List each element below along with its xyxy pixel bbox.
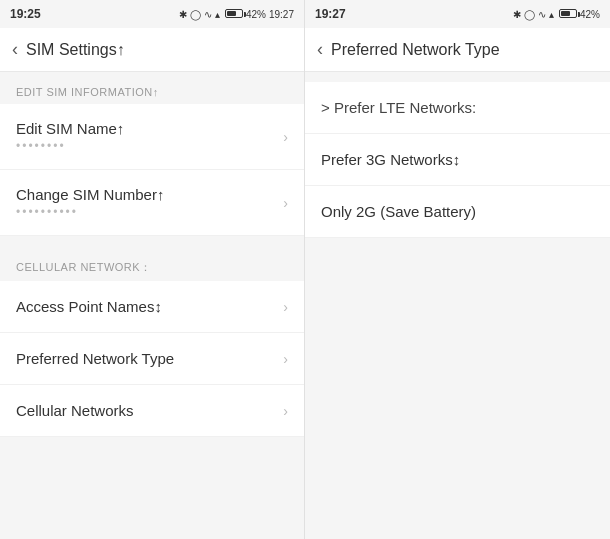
- signal-icon: ▴: [215, 9, 220, 20]
- network-item-1[interactable]: Prefer 3G Networks↕: [305, 134, 610, 186]
- left-panel: 19:25 ✱ ◯ ∿ ▴ 42% 19:27 ‹ SIM Settings↑ …: [0, 0, 305, 539]
- status-icons-left: ✱ ◯ ∿ ▴ 42% 19:27: [179, 9, 294, 20]
- bluetooth-icon-r: ✱: [513, 9, 521, 20]
- time-left: 19:25: [10, 7, 41, 21]
- alarm-icon: ◯: [190, 9, 201, 20]
- network-item-2[interactable]: Only 2G (Save Battery): [305, 186, 610, 238]
- section-gap-1: [0, 236, 304, 246]
- network-item-label-1: Prefer 3G Networks↕: [321, 151, 460, 168]
- preferred-network-type-label: Preferred Network Type: [16, 350, 174, 367]
- back-button-right[interactable]: ‹: [317, 39, 323, 60]
- left-blank-area: [0, 437, 304, 539]
- signal-bars-r: ▴: [549, 9, 554, 20]
- edit-sim-name-left: Edit SIM Name↑ ••••••••: [16, 120, 124, 153]
- edit-sim-name-chevron: ›: [283, 129, 288, 145]
- cellular-networks-label: Cellular Networks: [16, 402, 134, 419]
- status-bar-left: 19:25 ✱ ◯ ∿ ▴ 42% 19:27: [0, 0, 304, 28]
- section-edit-sim: EDIT SIM INFORMATION↑: [0, 72, 304, 104]
- status-bar-right: 19:27 ✱ ◯ ∿ ▴ 42%: [305, 0, 610, 28]
- change-sim-number-left: Change SIM Number↑ ••••••••••: [16, 186, 164, 219]
- battery-icon: [223, 9, 243, 20]
- back-button-left[interactable]: ‹: [12, 39, 18, 60]
- change-sim-number-value: ••••••••••: [16, 205, 164, 219]
- change-sim-number-chevron: ›: [283, 195, 288, 211]
- toolbar-left: ‹ SIM Settings↑: [0, 28, 304, 72]
- access-point-names-item[interactable]: Access Point Names↕ ›: [0, 281, 304, 333]
- battery-icon-r: [557, 9, 577, 20]
- right-panel: 19:27 ✱ ◯ ∿ ▴ 42% ‹ Preferred Network Ty…: [305, 0, 610, 539]
- preferred-network-type-chevron: ›: [283, 351, 288, 367]
- section-cellular: CELLULAR NETWORK：: [0, 246, 304, 281]
- battery-percent-right: 42%: [580, 9, 600, 20]
- cellular-networks-item[interactable]: Cellular Networks ›: [0, 385, 304, 437]
- page-title-right: Preferred Network Type: [331, 41, 500, 59]
- time-right: 19:27: [315, 7, 346, 21]
- page-title-left: SIM Settings↑: [26, 41, 125, 59]
- edit-sim-name-label: Edit SIM Name↑: [16, 120, 124, 137]
- network-item-label-2: Only 2G (Save Battery): [321, 203, 476, 220]
- bluetooth-icon: ✱: [179, 9, 187, 20]
- network-item-label-0: > Prefer LTE Networks:: [321, 99, 476, 116]
- cellular-networks-chevron: ›: [283, 403, 288, 419]
- wifi-icon-r: ◯: [524, 9, 535, 20]
- change-sim-number-item[interactable]: Change SIM Number↑ •••••••••• ›: [0, 170, 304, 236]
- edit-sim-name-item[interactable]: Edit SIM Name↑ •••••••• ›: [0, 104, 304, 170]
- edit-sim-name-value: ••••••••: [16, 139, 124, 153]
- toolbar-right: ‹ Preferred Network Type: [305, 28, 610, 72]
- battery-percent-left: 42%: [246, 9, 266, 20]
- change-sim-number-right: ›: [283, 195, 288, 211]
- access-point-names-chevron: ›: [283, 299, 288, 315]
- right-blank-area: [305, 238, 610, 539]
- signal-icon-r: ∿: [538, 9, 546, 20]
- section-gap-right: [305, 72, 610, 82]
- edit-sim-name-right: ›: [283, 129, 288, 145]
- network-item-0[interactable]: > Prefer LTE Networks:: [305, 82, 610, 134]
- preferred-network-type-item[interactable]: Preferred Network Type ›: [0, 333, 304, 385]
- access-point-names-label: Access Point Names↕: [16, 298, 162, 315]
- status-icons-right: ✱ ◯ ∿ ▴ 42%: [513, 9, 600, 20]
- wifi-icon: ∿: [204, 9, 212, 20]
- clock-right-left: 19:27: [269, 9, 294, 20]
- change-sim-number-label: Change SIM Number↑: [16, 186, 164, 203]
